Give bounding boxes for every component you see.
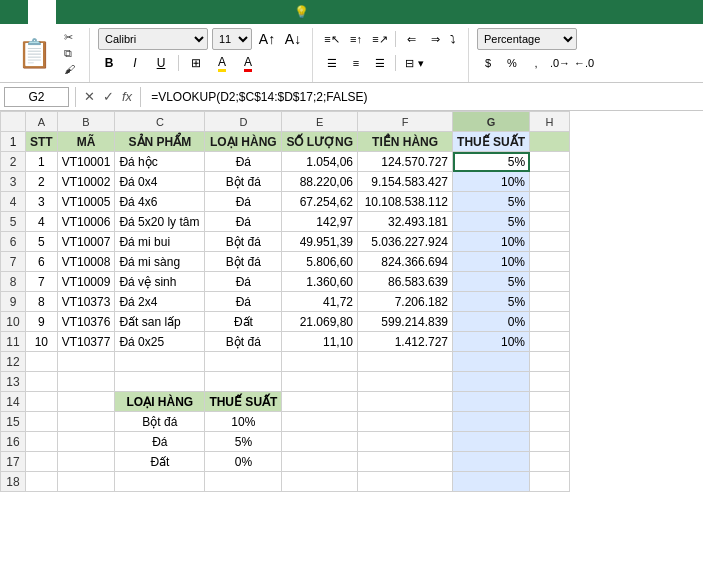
cell-F12[interactable] xyxy=(358,352,453,372)
cell-E2[interactable]: 1.054,06 xyxy=(282,152,358,172)
cell-D17[interactable]: 0% xyxy=(205,452,282,472)
tab-file[interactable] xyxy=(0,0,28,24)
cell-D18[interactable] xyxy=(205,472,282,492)
align-right-btn[interactable]: ☰ xyxy=(369,52,391,74)
cell-F1[interactable]: TIỀN HÀNG xyxy=(358,132,453,152)
cell-D10[interactable]: Đất xyxy=(205,312,282,332)
cell-H13[interactable] xyxy=(530,372,570,392)
cell-G15[interactable] xyxy=(453,412,530,432)
cell-H15[interactable] xyxy=(530,412,570,432)
cell-H7[interactable] xyxy=(530,252,570,272)
cell-F10[interactable]: 599.214.839 xyxy=(358,312,453,332)
cell-A5[interactable]: 4 xyxy=(26,212,58,232)
merge-center-button[interactable]: ⊟▾ xyxy=(400,54,429,73)
align-top-left-btn[interactable]: ≡↖ xyxy=(321,28,343,50)
cell-C8[interactable]: Đá vệ sinh xyxy=(115,272,205,292)
tab-review[interactable] xyxy=(168,0,196,24)
cell-A13[interactable] xyxy=(26,372,58,392)
comma-btn[interactable]: , xyxy=(525,52,547,74)
cell-H11[interactable] xyxy=(530,332,570,352)
align-center-btn[interactable]: ≡ xyxy=(345,52,367,74)
insert-function-icon[interactable]: fx xyxy=(120,87,134,106)
cell-E7[interactable]: 5.806,60 xyxy=(282,252,358,272)
cell-G4[interactable]: 5% xyxy=(453,192,530,212)
cell-F4[interactable]: 10.108.538.112 xyxy=(358,192,453,212)
cell-G12[interactable] xyxy=(453,352,530,372)
cell-C17[interactable]: Đất xyxy=(115,452,205,472)
cell-E10[interactable]: 21.069,80 xyxy=(282,312,358,332)
col-header-D[interactable]: D xyxy=(205,112,282,132)
cell-E18[interactable] xyxy=(282,472,358,492)
cell-B6[interactable]: VT10007 xyxy=(57,232,115,252)
col-header-C[interactable]: C xyxy=(115,112,205,132)
italic-button[interactable]: I xyxy=(124,52,146,74)
tab-tell[interactable]: 💡 xyxy=(280,0,323,24)
cell-D4[interactable]: Đá xyxy=(205,192,282,212)
cell-A18[interactable] xyxy=(26,472,58,492)
fill-color-button[interactable]: A xyxy=(211,52,233,74)
cell-C11[interactable]: Đá 0x25 xyxy=(115,332,205,352)
underline-button[interactable]: U xyxy=(150,52,172,74)
cell-C5[interactable]: Đá 5x20 ly tâm xyxy=(115,212,205,232)
cell-A15[interactable] xyxy=(26,412,58,432)
cell-A12[interactable] xyxy=(26,352,58,372)
cell-B14[interactable] xyxy=(57,392,115,412)
align-top-center-btn[interactable]: ≡↑ xyxy=(345,28,367,50)
cell-B2[interactable]: VT10001 xyxy=(57,152,115,172)
tab-page-layout[interactable] xyxy=(84,0,112,24)
cell-B12[interactable] xyxy=(57,352,115,372)
cell-H2[interactable] xyxy=(530,152,570,172)
cell-H8[interactable] xyxy=(530,272,570,292)
cell-B11[interactable]: VT10377 xyxy=(57,332,115,352)
cell-B13[interactable] xyxy=(57,372,115,392)
cell-C7[interactable]: Đá mi sàng xyxy=(115,252,205,272)
cell-E5[interactable]: 142,97 xyxy=(282,212,358,232)
cell-D16[interactable]: 5% xyxy=(205,432,282,452)
cell-D7[interactable]: Bột đá xyxy=(205,252,282,272)
cell-B9[interactable]: VT10373 xyxy=(57,292,115,312)
cell-D5[interactable]: Đá xyxy=(205,212,282,232)
cell-C18[interactable] xyxy=(115,472,205,492)
cell-B1[interactable]: MÃ xyxy=(57,132,115,152)
cell-E12[interactable] xyxy=(282,352,358,372)
wrap-text-button[interactable]: ⤵ xyxy=(448,31,460,47)
tab-formulas[interactable] xyxy=(112,0,140,24)
cell-H10[interactable] xyxy=(530,312,570,332)
cut-button[interactable]: ✂ xyxy=(61,30,81,45)
cell-E17[interactable] xyxy=(282,452,358,472)
cell-A16[interactable] xyxy=(26,432,58,452)
cell-F18[interactable] xyxy=(358,472,453,492)
cell-A11[interactable]: 10 xyxy=(26,332,58,352)
cell-F7[interactable]: 824.366.694 xyxy=(358,252,453,272)
cell-H16[interactable] xyxy=(530,432,570,452)
cell-F6[interactable]: 5.036.227.924 xyxy=(358,232,453,252)
cell-G2[interactable]: 5% xyxy=(453,152,530,172)
cell-B17[interactable] xyxy=(57,452,115,472)
formula-input[interactable] xyxy=(147,88,699,106)
cell-C4[interactable]: Đá 4x6 xyxy=(115,192,205,212)
decimal-increase-btn[interactable]: .0→ xyxy=(549,52,571,74)
cell-E3[interactable]: 88.220,06 xyxy=(282,172,358,192)
cell-C16[interactable]: Đá xyxy=(115,432,205,452)
cell-H14[interactable] xyxy=(530,392,570,412)
align-left-btn[interactable]: ☰ xyxy=(321,52,343,74)
cell-E14[interactable] xyxy=(282,392,358,412)
increase-font-btn[interactable]: A↑ xyxy=(256,28,278,50)
cell-D14[interactable]: THUẾ SUẤT xyxy=(205,392,282,412)
copy-button[interactable]: ⧉ xyxy=(61,46,81,61)
cell-H18[interactable] xyxy=(530,472,570,492)
cell-E8[interactable]: 1.360,60 xyxy=(282,272,358,292)
tab-insert[interactable] xyxy=(56,0,84,24)
cell-B10[interactable]: VT10376 xyxy=(57,312,115,332)
cell-C2[interactable]: Đá hộc xyxy=(115,152,205,172)
cell-D13[interactable] xyxy=(205,372,282,392)
number-format-select[interactable]: Percentage General Number xyxy=(477,28,577,50)
cell-E15[interactable] xyxy=(282,412,358,432)
tab-developer[interactable] xyxy=(224,0,252,24)
tab-home[interactable] xyxy=(28,0,56,24)
cell-B15[interactable] xyxy=(57,412,115,432)
indent-decrease-btn[interactable]: ⇐ xyxy=(400,28,422,50)
cell-E11[interactable]: 11,10 xyxy=(282,332,358,352)
cell-A14[interactable] xyxy=(26,392,58,412)
col-header-B[interactable]: B xyxy=(57,112,115,132)
